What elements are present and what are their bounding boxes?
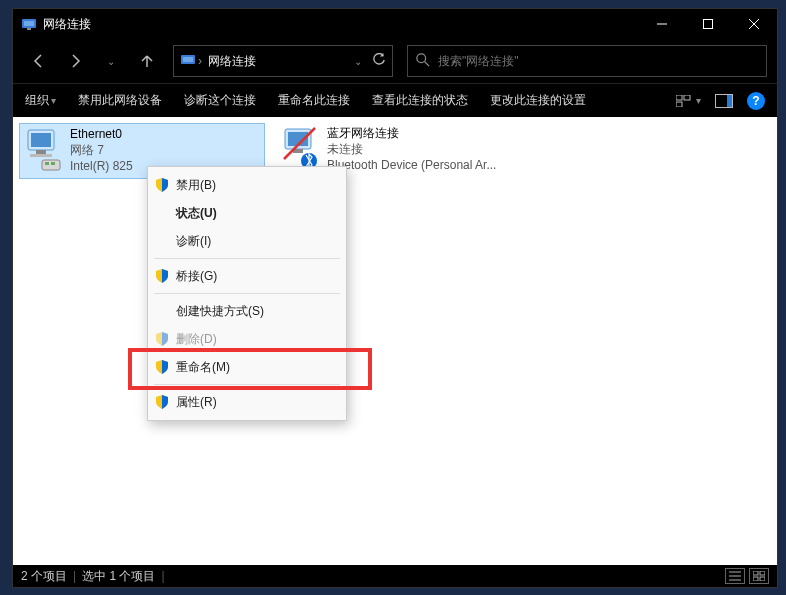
title-bar: 网络连接 (13, 9, 777, 39)
tb-change[interactable]: 更改此连接的设置 (490, 92, 586, 109)
tb-preview-pane[interactable] (715, 94, 733, 108)
conn-sub2: Intel(R) 825 (70, 158, 133, 174)
shield-icon (154, 178, 170, 192)
app-icon (21, 16, 37, 32)
menu-disable[interactable]: 禁用(B) (148, 171, 346, 199)
minimize-button[interactable] (639, 9, 685, 39)
conn-name: 蓝牙网络连接 (327, 125, 496, 141)
up-button[interactable] (131, 45, 163, 77)
svg-rect-12 (684, 95, 690, 100)
svg-rect-18 (36, 150, 46, 154)
address-bar[interactable]: › 网络连接 ⌄ (173, 45, 393, 77)
view-details-button[interactable] (725, 568, 745, 584)
menu-state[interactable]: 状态(U) (148, 199, 346, 227)
svg-rect-34 (760, 577, 765, 581)
menu-separator (154, 384, 340, 385)
status-count: 2 个项目 (21, 568, 67, 585)
tb-rename[interactable]: 重命名此连接 (278, 92, 350, 109)
shield-icon (154, 269, 170, 283)
conn-sub2: Bluetooth Device (Personal Ar... (327, 157, 496, 173)
menu-separator (154, 258, 340, 259)
status-selected: 选中 1 个项目 (82, 568, 155, 585)
svg-rect-19 (30, 154, 52, 157)
tb-diagnose[interactable]: 诊断这个连接 (184, 92, 256, 109)
shield-icon (154, 332, 170, 346)
search-icon (416, 53, 430, 70)
menu-separator (154, 293, 340, 294)
menu-delete: 删除(D) (148, 325, 346, 353)
forward-button[interactable] (59, 45, 91, 77)
menu-properties[interactable]: 属性(R) (148, 388, 346, 416)
svg-rect-4 (704, 20, 713, 29)
svg-rect-8 (183, 57, 193, 62)
svg-rect-2 (27, 28, 31, 30)
tb-organize[interactable]: 组织▾ (25, 92, 56, 109)
menu-shortcut[interactable]: 创建快捷方式(S) (148, 297, 346, 325)
svg-rect-21 (45, 162, 49, 165)
svg-line-10 (425, 61, 429, 65)
close-button[interactable] (731, 9, 777, 39)
svg-point-9 (417, 53, 426, 62)
search-box[interactable] (407, 45, 767, 77)
status-bar: 2 个项目 | 选中 1 个项目 | (13, 565, 777, 587)
ethernet-icon (24, 126, 64, 174)
recent-dropdown[interactable]: ⌄ (95, 45, 127, 77)
toolbar: 组织▾ 禁用此网络设备 诊断这个连接 重命名此连接 查看此连接的状态 更改此连接… (13, 83, 777, 117)
shield-icon (154, 395, 170, 409)
refresh-button[interactable] (372, 53, 386, 70)
tb-status[interactable]: 查看此连接的状态 (372, 92, 468, 109)
search-input[interactable] (438, 54, 758, 68)
back-button[interactable] (23, 45, 55, 77)
svg-rect-32 (760, 571, 765, 575)
window-title: 网络连接 (43, 16, 91, 33)
svg-rect-31 (753, 571, 758, 575)
conn-sub1: 未连接 (327, 141, 496, 157)
conn-name: Ethernet0 (70, 126, 133, 142)
svg-rect-22 (51, 162, 55, 165)
menu-rename[interactable]: 重命名(M) (148, 353, 346, 381)
help-button[interactable]: ? (747, 92, 765, 110)
breadcrumb-sep-icon: › (196, 54, 204, 68)
menu-bridge[interactable]: 桥接(G) (148, 262, 346, 290)
nav-bar: ⌄ › 网络连接 ⌄ (13, 39, 777, 83)
maximize-button[interactable] (685, 9, 731, 39)
context-menu: 禁用(B) 状态(U) 诊断(I) 桥接(G) 创建快捷方式(S) 删除(D) … (147, 166, 347, 421)
svg-rect-13 (676, 102, 682, 107)
svg-rect-11 (676, 95, 682, 100)
explorer-window: 网络连接 ⌄ › 网络连接 (12, 8, 778, 588)
svg-rect-33 (753, 577, 758, 581)
view-icons-button[interactable] (749, 568, 769, 584)
address-dropdown-icon[interactable]: ⌄ (354, 56, 362, 67)
content-area[interactable]: Ethernet0 网络 7 Intel(R) 825 蓝牙网络连接 未连接 (13, 117, 777, 565)
svg-rect-17 (31, 133, 51, 147)
address-icon (180, 52, 196, 71)
tb-disable[interactable]: 禁用此网络设备 (78, 92, 162, 109)
breadcrumb-item[interactable]: 网络连接 (204, 53, 260, 70)
shield-icon (154, 360, 170, 374)
tb-view-options[interactable]: ▾ (676, 95, 701, 107)
svg-rect-1 (24, 21, 34, 26)
svg-rect-15 (727, 95, 732, 107)
menu-diagnose[interactable]: 诊断(I) (148, 227, 346, 255)
conn-sub1: 网络 7 (70, 142, 133, 158)
